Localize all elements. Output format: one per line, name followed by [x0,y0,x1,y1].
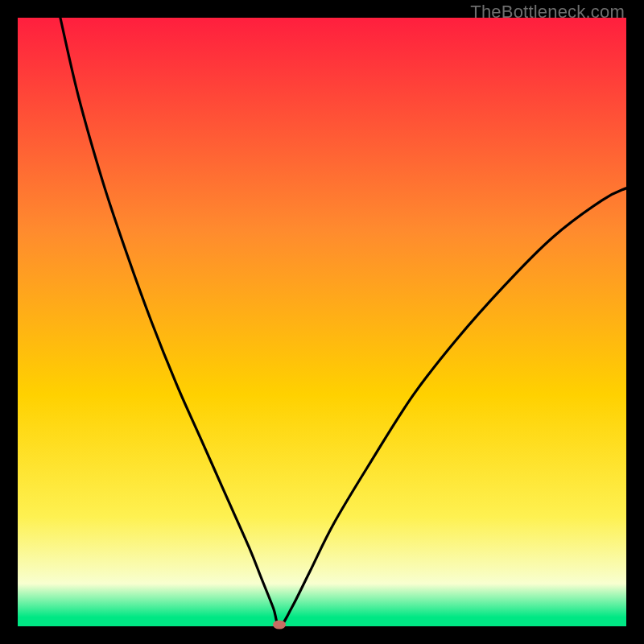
bottleneck-curve-path [60,18,626,626]
chart-svg [18,18,626,626]
minimum-marker [273,621,286,630]
